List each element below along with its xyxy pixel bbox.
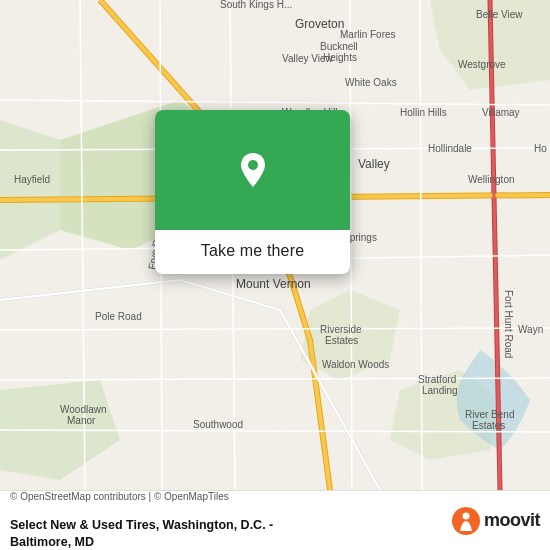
svg-text:Stratford: Stratford: [418, 374, 456, 385]
svg-text:Hollindale: Hollindale: [428, 143, 472, 154]
svg-text:Riverside: Riverside: [320, 324, 362, 335]
svg-text:Landing: Landing: [422, 385, 458, 396]
bottom-content: © OpenStreetMap contributors | © OpenMap…: [10, 491, 452, 550]
bottom-title2: Baltimore, MD: [10, 535, 94, 549]
svg-text:Villamay: Villamay: [482, 107, 520, 118]
moovit-logo: moovit: [452, 507, 540, 535]
svg-text:Westgrove: Westgrove: [458, 59, 506, 70]
attribution-text: © OpenStreetMap contributors | © OpenMap…: [10, 491, 452, 514]
svg-text:River Bend: River Bend: [465, 409, 514, 420]
bottom-title: Select New & Used Tires, Washington, D.C…: [10, 518, 273, 532]
popup-button-area: Take me there: [155, 230, 350, 274]
popup-card: Take me there: [155, 110, 350, 274]
svg-text:Wellington: Wellington: [468, 174, 515, 185]
svg-text:Estates: Estates: [472, 420, 505, 431]
svg-text:White Oaks: White Oaks: [345, 77, 397, 88]
take-me-there-button[interactable]: Take me there: [201, 242, 304, 260]
map-container: Frye Road Pole Road Fort Hunt Road South…: [0, 0, 550, 490]
svg-text:Fort Hunt Road: Fort Hunt Road: [503, 290, 514, 358]
svg-text:South Kings H...: South Kings H...: [220, 0, 292, 10]
svg-text:Valley: Valley: [358, 157, 390, 171]
svg-text:Bucknell: Bucknell: [320, 41, 358, 52]
svg-point-44: [462, 512, 469, 519]
svg-text:Hollin Hills: Hollin Hills: [400, 107, 447, 118]
svg-text:Marlin Fores: Marlin Fores: [340, 29, 396, 40]
svg-text:Belle View: Belle View: [476, 9, 523, 20]
svg-text:Groveton: Groveton: [295, 17, 344, 31]
popup-header: [155, 110, 350, 230]
svg-text:Wayn: Wayn: [518, 324, 543, 335]
svg-point-41: [248, 160, 258, 170]
location-pin-icon: [226, 143, 280, 197]
svg-text:Pole Road: Pole Road: [95, 311, 142, 322]
svg-text:Woodlawn: Woodlawn: [60, 404, 107, 415]
svg-text:Ho: Ho: [534, 143, 547, 154]
svg-text:Hayfield: Hayfield: [14, 174, 50, 185]
svg-text:Estates: Estates: [325, 335, 358, 346]
svg-text:Waldon Woods: Waldon Woods: [322, 359, 389, 370]
moovit-text: moovit: [484, 510, 540, 531]
moovit-brand-icon: [452, 507, 480, 535]
svg-text:Manor: Manor: [67, 415, 96, 426]
svg-text:Southwood: Southwood: [193, 419, 243, 430]
svg-text:Valley View: Valley View: [282, 53, 334, 64]
svg-text:Mount Vernon: Mount Vernon: [236, 277, 311, 291]
bottom-bar: © OpenStreetMap contributors | © OpenMap…: [0, 490, 550, 550]
